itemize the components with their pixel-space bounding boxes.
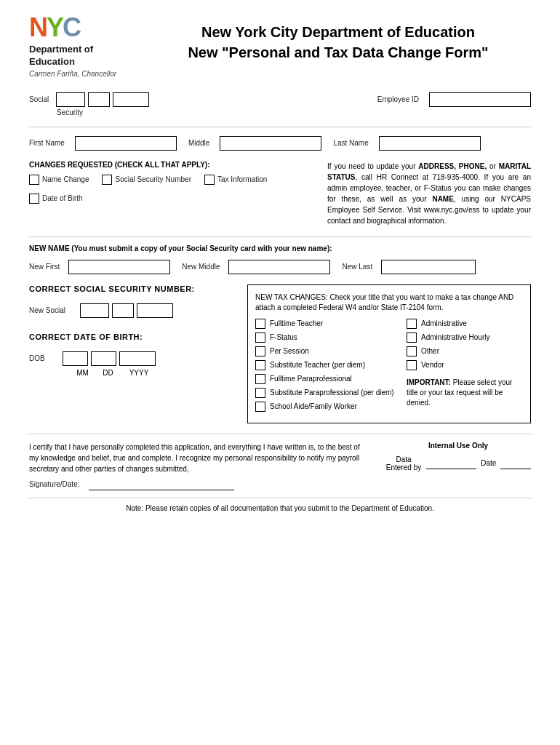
new-last-input[interactable] bbox=[381, 260, 476, 274]
name-change-checkbox[interactable] bbox=[29, 175, 39, 185]
last-name-label: Last Name bbox=[333, 139, 368, 147]
date-line[interactable] bbox=[500, 458, 531, 469]
employee-id-section: Employee ID bbox=[377, 92, 531, 107]
admin-hourly-label: Administrative Hourly bbox=[421, 333, 489, 341]
nyc-c-letter: C bbox=[63, 12, 80, 42]
tax-change-label: Tax Information bbox=[217, 175, 267, 183]
dob-label: DOB bbox=[29, 354, 45, 362]
last-name-input[interactable] bbox=[379, 136, 481, 151]
sub-para-label: Substitute Paraprofessional (per diem) bbox=[270, 389, 394, 397]
new-last-field: New Last bbox=[342, 260, 476, 274]
new-ssn-input-2[interactable] bbox=[112, 303, 134, 318]
ssn-checkbox[interactable] bbox=[102, 175, 112, 185]
new-first-field: New First bbox=[29, 260, 170, 274]
tax-left-col: Fulltime Teacher F-Status Per Session Su… bbox=[255, 319, 399, 415]
header-section: NYC Department of Education Carmen Fariñ… bbox=[29, 15, 531, 78]
footer-note: Note: Please retain copies of all docume… bbox=[29, 498, 531, 512]
two-col-section: CORRECT SOCIAL SECURITY NUMBER: New Soci… bbox=[29, 284, 531, 423]
fulltime-teacher-checkbox[interactable] bbox=[255, 319, 265, 329]
checkbox-ssn: Social Security Number bbox=[102, 175, 195, 185]
fstatus-label: F-Status bbox=[270, 333, 297, 341]
changes-info-text: If you need to update your ADDRESS, PHON… bbox=[327, 161, 531, 226]
tax-header: NEW TAX CHANGES: Check your title that y… bbox=[255, 292, 523, 313]
ssn-input-2[interactable] bbox=[88, 92, 110, 107]
middle-name-input[interactable] bbox=[220, 136, 321, 151]
ssn-input-3[interactable] bbox=[113, 92, 149, 107]
internal-use-label: Internal Use Only bbox=[385, 442, 531, 450]
employee-id-input[interactable] bbox=[429, 92, 531, 107]
tax-columns: Fulltime Teacher F-Status Per Session Su… bbox=[255, 319, 523, 415]
dob-checkbox[interactable] bbox=[29, 194, 39, 204]
ssn-change-label: Social Security Number bbox=[115, 175, 191, 183]
dob-labels: MM DD YYYY bbox=[70, 369, 233, 377]
fulltime-para-checkbox[interactable] bbox=[255, 374, 265, 384]
important-text: IMPORTANT: Please select your title or y… bbox=[407, 378, 523, 408]
vendor-label: Vendor bbox=[421, 361, 444, 369]
employee-id-label: Employee ID bbox=[377, 95, 419, 103]
correct-dob-header: CORRECT DATE OF BIRTH: bbox=[29, 332, 233, 341]
admin-hourly-checkbox[interactable] bbox=[407, 332, 417, 343]
social-label: Social bbox=[29, 95, 49, 103]
fstatus-checkbox[interactable] bbox=[255, 332, 265, 343]
chancellor-label: Carmen Fariña, Chancellor bbox=[29, 70, 145, 78]
data-entered-label: Data Entered by bbox=[385, 455, 422, 471]
form-title: New York City Department of Education Ne… bbox=[145, 22, 531, 63]
logo-area: NYC Department of Education Carmen Fariñ… bbox=[29, 15, 145, 78]
dob-mm-input[interactable] bbox=[63, 351, 88, 366]
tax-fstatus: F-Status bbox=[255, 332, 399, 343]
dob-change-label: Date of Birth bbox=[42, 194, 83, 202]
fulltime-para-label: Fulltime Paraprofessional bbox=[270, 375, 352, 383]
sub-teacher-label: Substitute Teacher (per diem) bbox=[270, 361, 365, 369]
tax-right-col: Administrative Administrative Hourly Oth… bbox=[407, 319, 523, 415]
ssn-input-1[interactable] bbox=[56, 92, 85, 107]
left-col: CORRECT SOCIAL SECURITY NUMBER: New Soci… bbox=[29, 284, 233, 423]
date-label: Date bbox=[481, 459, 496, 467]
tax-sub-teacher: Substitute Teacher (per diem) bbox=[255, 360, 399, 370]
other-checkbox[interactable] bbox=[407, 346, 417, 356]
new-ssn-input-3[interactable] bbox=[137, 303, 173, 318]
cert-right: Internal Use Only Data Entered by Date bbox=[385, 442, 531, 490]
nyc-y-letter: Y bbox=[47, 12, 63, 42]
new-last-label: New Last bbox=[342, 263, 372, 271]
sub-para-checkbox[interactable] bbox=[255, 388, 265, 398]
tax-admin: Administrative bbox=[407, 319, 523, 329]
tax-fulltime-para: Fulltime Paraprofessional bbox=[255, 374, 399, 384]
changes-left: CHANGES REQUESTED (CHECK ALL THAT APPLY)… bbox=[29, 161, 313, 226]
new-middle-input[interactable] bbox=[228, 260, 330, 274]
tax-checkbox[interactable] bbox=[204, 175, 215, 185]
signature-line[interactable] bbox=[89, 479, 234, 490]
middle-name-label: Middle bbox=[188, 139, 209, 147]
signature-label: Signature/Date: bbox=[29, 479, 80, 490]
changes-checkbox-row: Name Change Social Security Number Tax I… bbox=[29, 175, 313, 204]
first-name-input[interactable] bbox=[75, 136, 177, 151]
school-aide-checkbox[interactable] bbox=[255, 402, 265, 412]
last-name-field: Last Name bbox=[333, 136, 480, 151]
important-bold: IMPORTANT: bbox=[407, 378, 451, 386]
middle-name-field: Middle bbox=[188, 136, 321, 151]
new-name-row: New First New Middle New Last bbox=[29, 260, 531, 274]
new-middle-label: New Middle bbox=[182, 263, 220, 271]
form-title-area: New York City Department of Education Ne… bbox=[145, 15, 531, 63]
changes-header: CHANGES REQUESTED (CHECK ALL THAT APPLY)… bbox=[29, 161, 313, 169]
per-session-checkbox[interactable] bbox=[255, 346, 265, 356]
vendor-checkbox[interactable] bbox=[407, 360, 417, 370]
tax-vendor: Vendor bbox=[407, 360, 523, 370]
dd-label: DD bbox=[95, 369, 121, 377]
new-first-label: New First bbox=[29, 263, 60, 271]
data-entered-line[interactable] bbox=[426, 458, 476, 469]
nyc-n-letter: N bbox=[29, 12, 47, 42]
dob-row: DOB bbox=[29, 351, 233, 366]
admin-checkbox[interactable] bbox=[407, 319, 417, 329]
dept-label: Department of Education bbox=[29, 44, 145, 68]
new-first-input[interactable] bbox=[68, 260, 170, 274]
right-col: NEW TAX CHANGES: Check your title that y… bbox=[247, 284, 531, 423]
dob-dd-input[interactable] bbox=[91, 351, 116, 366]
dob-yyyy-input[interactable] bbox=[119, 351, 156, 366]
tax-school-aide: School Aide/Family Worker bbox=[255, 402, 399, 412]
tax-admin-hourly: Administrative Hourly bbox=[407, 332, 523, 343]
fulltime-teacher-label: Fulltime Teacher bbox=[270, 319, 323, 327]
other-label: Other bbox=[421, 347, 439, 355]
sub-teacher-checkbox[interactable] bbox=[255, 360, 265, 370]
new-ssn-input-1[interactable] bbox=[80, 303, 109, 318]
data-entered-row: Data Entered by Date bbox=[385, 455, 531, 471]
